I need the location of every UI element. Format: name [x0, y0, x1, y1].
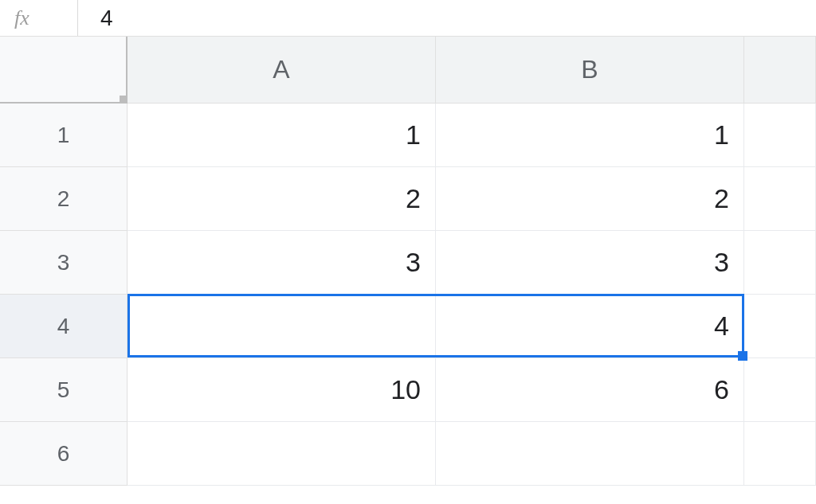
- fx-icon[interactable]: fx: [0, 0, 78, 36]
- row-header-2[interactable]: 2: [0, 167, 128, 231]
- cell-b2[interactable]: 2: [436, 167, 744, 231]
- cell-a4[interactable]: [128, 295, 436, 358]
- select-all-corner[interactable]: [0, 37, 128, 104]
- cell-b6[interactable]: [436, 422, 744, 486]
- row-header-3[interactable]: 3: [0, 231, 128, 295]
- cell-b4[interactable]: 4: [436, 295, 744, 358]
- row-header-4[interactable]: 4: [0, 295, 128, 358]
- spreadsheet-container: fx A B 1 1 1 2 2 2 3 3 3 4 4 5 10 6 6: [0, 0, 816, 486]
- cell-a6[interactable]: [128, 422, 436, 486]
- column-header-extra[interactable]: [744, 37, 816, 104]
- cell-a3[interactable]: 3: [128, 231, 436, 295]
- cell-b5[interactable]: 6: [436, 358, 744, 422]
- row-header-6[interactable]: 6: [0, 422, 128, 486]
- cell-c5[interactable]: [744, 358, 816, 422]
- cell-b1[interactable]: 1: [436, 104, 744, 167]
- cell-c4[interactable]: [744, 295, 816, 358]
- row-header-5[interactable]: 5: [0, 358, 128, 422]
- cell-a5[interactable]: 10: [128, 358, 436, 422]
- column-header-b[interactable]: B: [436, 37, 744, 104]
- cell-c6[interactable]: [744, 422, 816, 486]
- cell-a1[interactable]: 1: [128, 104, 436, 167]
- formula-input[interactable]: [78, 6, 816, 31]
- formula-bar: fx: [0, 0, 816, 37]
- row-header-1[interactable]: 1: [0, 104, 128, 167]
- cell-c1[interactable]: [744, 104, 816, 167]
- cell-b3[interactable]: 3: [436, 231, 744, 295]
- sheet-grid: A B 1 1 1 2 2 2 3 3 3 4 4 5 10 6 6: [0, 37, 816, 486]
- column-header-a[interactable]: A: [128, 37, 436, 104]
- cell-c2[interactable]: [744, 167, 816, 231]
- cell-a2[interactable]: 2: [128, 167, 436, 231]
- cell-c3[interactable]: [744, 231, 816, 295]
